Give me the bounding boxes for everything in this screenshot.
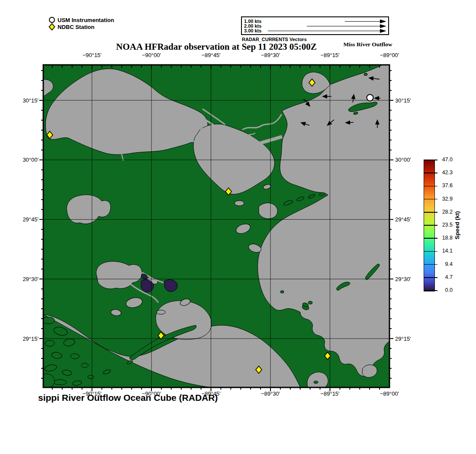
y-axis-label-right: 29°15' — [395, 336, 421, 342]
y-axis-label-left: 29°45' — [13, 216, 39, 223]
colorbar-tick — [424, 199, 437, 200]
colorbar-tick — [424, 251, 437, 252]
x-axis-label-bottom: −89°30' — [257, 390, 283, 397]
colorbar — [424, 160, 435, 291]
colorbar-tick — [424, 212, 437, 213]
colorbar-tick-label: 14.1 — [436, 248, 453, 254]
marsh-inlet — [259, 203, 277, 218]
ndbc-diamond-icon — [48, 22, 56, 31]
vector-scale-box: 1.00 kts 2.00 kts 3.00 kts — [241, 16, 389, 35]
map-figure — [0, 0, 476, 454]
colorbar-tick — [424, 264, 437, 265]
y-axis-label-left: 30°15' — [13, 97, 39, 104]
colorbar-tick-label: 23.5 — [436, 222, 453, 228]
page: { "legend": { "items": [ {"marker": "cir… — [0, 0, 476, 454]
scale-arrows — [242, 17, 388, 34]
colorbar-tick-label: 9.4 — [436, 261, 453, 267]
colorbar-tick-label: 0.0 — [436, 287, 453, 293]
colorbar-tick — [424, 173, 437, 173]
y-axis-label-right: 30°00' — [395, 157, 421, 163]
colorbar-tick-label: 18.8 — [436, 235, 453, 241]
scale-arrow — [345, 19, 386, 23]
colorbar-tick-label: 4.7 — [436, 274, 453, 280]
legend-label-ndbc: NDBC Station — [58, 24, 94, 30]
usm-station-marker — [367, 95, 373, 101]
vector-tail — [353, 99, 353, 102]
y-axis-label-left: 30°00' — [13, 157, 39, 163]
legend-item-ndbc: NDBC Station — [48, 22, 94, 31]
colorbar-tick — [424, 290, 437, 291]
x-axis-label-top: −89°30' — [257, 52, 283, 58]
x-axis-label-top: −89°45' — [198, 52, 224, 58]
footer-title: sippi River Outflow Ocean Cube (RADAR) — [38, 393, 218, 403]
colorbar-tick-label: 42.3 — [436, 169, 453, 176]
scale-arrow — [307, 24, 386, 28]
x-axis-label-top: −89°15' — [317, 52, 343, 58]
marsh-island — [364, 73, 367, 76]
y-axis-label-right: 30°15' — [395, 97, 421, 104]
colorbar-tick — [424, 225, 437, 226]
x-axis-label-top: −89°00' — [376, 52, 402, 58]
x-axis-label-bottom: −89°15' — [317, 390, 343, 397]
marsh-inlet — [157, 310, 165, 314]
colorbar-tick-label: 47.0 — [436, 157, 453, 163]
colorbar-title: Speed (kt) — [454, 211, 460, 239]
colorbar-tick — [424, 277, 437, 278]
region-label: Miss River Outflow — [331, 41, 405, 48]
x-axis-label-top: −90°15' — [79, 52, 105, 58]
colorbar-tick-label: 28.2 — [436, 209, 453, 215]
marsh-inlet — [235, 201, 244, 206]
colorbar-tick-label: 37.6 — [436, 182, 453, 189]
x-axis-label-bottom: −89°00' — [376, 390, 402, 397]
y-axis-label-left: 29°15' — [13, 336, 39, 342]
scale-arrow — [268, 29, 386, 33]
map-geography — [42, 65, 389, 388]
colorbar-tick — [424, 160, 437, 160]
x-axis-label-top: −90°00' — [138, 52, 164, 58]
y-axis-label-left: 29°30' — [13, 276, 39, 282]
colorbar-tick-label: 32.9 — [436, 196, 453, 202]
colorbar-tick — [424, 186, 437, 187]
colorbar-tick — [424, 238, 437, 239]
y-axis-label-right: 29°30' — [395, 276, 421, 282]
y-axis-label-right: 29°45' — [395, 216, 421, 223]
